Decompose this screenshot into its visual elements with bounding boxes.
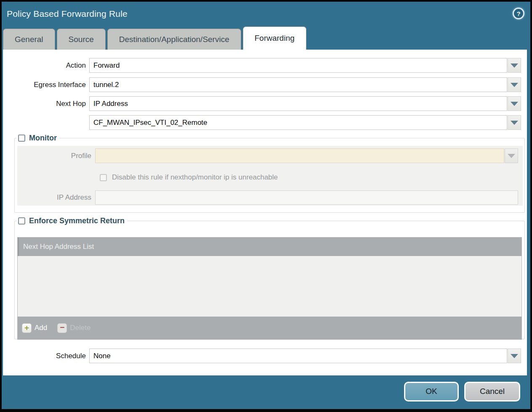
enforce-symmetric-return-checkbox[interactable] — [18, 217, 25, 224]
monitor-ip-address-label: IP Address — [17, 193, 95, 202]
monitor-profile-label: Profile — [17, 152, 95, 160]
action-combo: Forward — [89, 58, 521, 73]
egress-interface-value: tunnel.2 — [93, 81, 119, 89]
plus-icon: + — [22, 323, 32, 333]
egress-interface-dropdown-button[interactable] — [508, 77, 521, 92]
disable-rule-label: Disable this rule if nexthop/monitor ip … — [112, 173, 278, 182]
schedule-label: Schedule — [3, 352, 89, 360]
next-hop-address-list-header-label: Next Hop Address List — [23, 243, 94, 251]
minus-icon: − — [57, 323, 67, 333]
cancel-button[interactable]: Cancel — [464, 382, 520, 401]
egress-interface-combo: tunnel.2 — [89, 77, 521, 92]
next-hop-address-row: CF_MWAN_IPsec_VTI_02_Remote — [3, 115, 521, 130]
dialog-button-bar: OK Cancel — [2, 374, 530, 409]
delete-button: − Delete — [57, 323, 90, 333]
next-hop-address-dropdown-button[interactable] — [508, 115, 521, 130]
next-hop-dropdown-button[interactable] — [508, 96, 521, 111]
dialog-title: Policy Based Forwarding Rule — [7, 9, 128, 19]
chevron-down-icon — [511, 121, 518, 125]
next-hop-address-list-body[interactable] — [18, 256, 521, 317]
next-hop-address-list-table: Next Hop Address List + Add − Delete — [17, 237, 522, 340]
next-hop-address-select[interactable]: CF_MWAN_IPsec_VTI_02_Remote — [89, 115, 507, 130]
action-select[interactable]: Forward — [89, 58, 507, 73]
enforce-symmetric-return-legend: Enforce Symmetric Return — [16, 217, 127, 225]
schedule-dropdown-button[interactable] — [508, 349, 521, 363]
action-value: Forward — [93, 61, 120, 70]
schedule-combo: None — [89, 349, 521, 363]
monitor-checkbox[interactable] — [18, 135, 25, 142]
next-hop-address-list-header: Next Hop Address List — [18, 238, 521, 256]
tab-forwarding[interactable]: Forwarding — [243, 26, 306, 50]
monitor-panel: Profile Disable this rule if nexthop/mon… — [17, 146, 523, 206]
egress-interface-row: Egress Interface tunnel.2 — [3, 77, 521, 92]
disable-rule-checkbox — [100, 174, 107, 181]
next-hop-type-select[interactable]: IP Address — [89, 96, 507, 111]
add-button-label: Add — [35, 324, 47, 332]
next-hop-type-value: IP Address — [93, 100, 128, 108]
monitor-ip-address-row: IP Address — [17, 190, 523, 205]
next-hop-combo: IP Address — [89, 96, 521, 111]
monitor-legend: Monitor — [16, 134, 59, 143]
egress-interface-label: Egress Interface — [3, 81, 89, 89]
next-hop-address-combo: CF_MWAN_IPsec_VTI_02_Remote — [89, 115, 521, 130]
title-bar: Policy Based Forwarding Rule ? — [2, 2, 530, 26]
next-hop-label: Next Hop — [3, 100, 89, 108]
schedule-value: None — [93, 352, 111, 360]
monitor-profile-row: Profile — [17, 148, 523, 163]
tab-destination-application-service[interactable]: Destination/Application/Service — [107, 29, 241, 50]
monitor-ip-address-input — [95, 190, 518, 205]
chevron-down-icon — [511, 63, 518, 68]
schedule-row: Schedule None — [3, 349, 521, 363]
chevron-down-icon — [508, 154, 515, 158]
monitor-profile-select — [95, 148, 504, 163]
action-row: Action Forward — [3, 58, 521, 73]
monitor-legend-label: Monitor — [29, 134, 57, 143]
next-hop-address-value: CF_MWAN_IPsec_VTI_02_Remote — [93, 119, 207, 127]
enforce-symmetric-return-legend-label: Enforce Symmetric Return — [29, 217, 125, 225]
delete-button-label: Delete — [70, 324, 90, 332]
enforce-symmetric-return-fieldset: Enforce Symmetric Return Next Hop Addres… — [14, 217, 525, 339]
monitor-disable-rule-row: Disable this rule if nexthop/monitor ip … — [17, 172, 523, 182]
next-hop-row: Next Hop IP Address — [3, 96, 521, 111]
ok-button[interactable]: OK — [404, 382, 459, 401]
egress-interface-select[interactable]: tunnel.2 — [89, 77, 507, 92]
tab-bar: General Source Destination/Application/S… — [3, 26, 524, 50]
forwarding-tab-panel: Action Forward Egress Interface tunnel.2 — [3, 50, 527, 375]
tab-general[interactable]: General — [3, 29, 55, 50]
tab-source[interactable]: Source — [57, 29, 106, 50]
schedule-select[interactable]: None — [89, 349, 507, 363]
next-hop-address-list-toolbar: + Add − Delete — [18, 317, 521, 339]
monitor-profile-dropdown-button — [505, 148, 518, 163]
action-dropdown-button[interactable] — [508, 58, 521, 73]
chevron-down-icon — [511, 354, 518, 358]
chevron-down-icon — [511, 83, 518, 87]
action-label: Action — [3, 61, 89, 70]
chevron-down-icon — [511, 102, 518, 106]
monitor-fieldset: Monitor Profile Disable this rule if nex… — [14, 134, 525, 213]
add-button[interactable]: + Add — [22, 323, 47, 333]
help-icon[interactable]: ? — [513, 8, 524, 19]
policy-based-forwarding-dialog: Policy Based Forwarding Rule ? General S… — [0, 0, 532, 412]
